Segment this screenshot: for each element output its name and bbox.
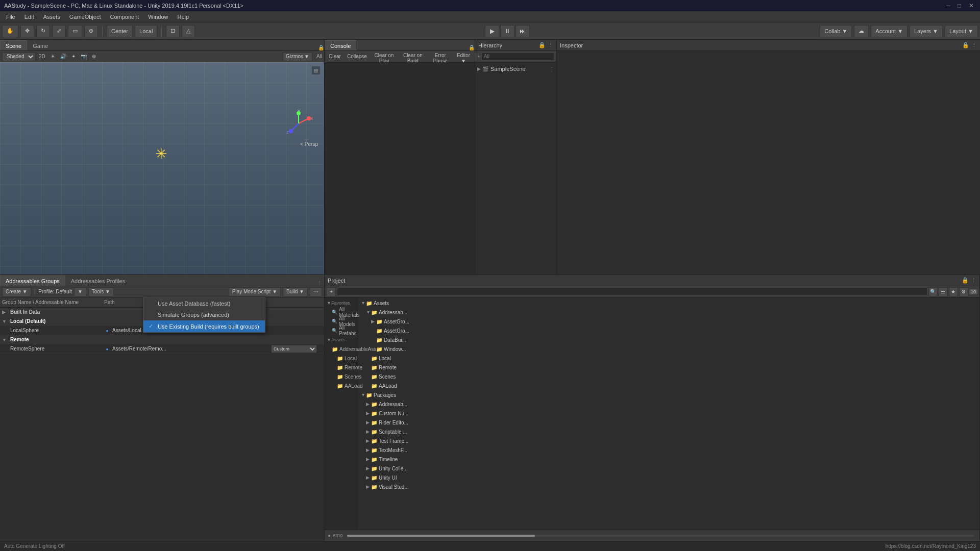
tool-scale[interactable]: ⤢ (52, 25, 66, 37)
layers-btn[interactable]: Layers ▼ (910, 25, 943, 37)
file-addressables[interactable]: ▼ 📁 Addressab... (359, 308, 978, 317)
table-row[interactable]: RemoteSphere ● Assets/Remote/Remo... Cus… (0, 344, 324, 354)
pause-btn[interactable]: ⏸ (500, 25, 514, 37)
file-assetgro1[interactable]: ▶ 📁 AssetGro... (359, 317, 978, 326)
settings-btn[interactable]: ⚙ (959, 287, 968, 296)
scene-corner-btn[interactable]: ⊞ (312, 66, 320, 74)
table-row[interactable]: ▼ Remote (0, 335, 324, 344)
minimize-btn[interactable]: ─ (946, 2, 953, 9)
profile-dropdown-btn[interactable]: ▼ (74, 287, 86, 296)
scene-cam-btn[interactable]: 📷 (79, 54, 88, 59)
cloud-btn[interactable]: ☁ (854, 25, 869, 37)
account-btn[interactable]: Account ▼ (871, 25, 908, 37)
file-pkg-unitycol[interactable]: ▶ 📁 Unity Colle... (359, 464, 978, 473)
shader-select[interactable]: Shaded (2, 52, 35, 61)
play-btn[interactable]: ▶ (485, 25, 499, 37)
project-menu-icon[interactable]: ⋮ (971, 277, 976, 284)
clear-on-play-btn[interactable]: Clear on Play (371, 52, 397, 61)
menu-component[interactable]: Component (106, 13, 143, 21)
create-btn[interactable]: Create ▼ (2, 287, 31, 296)
search-icon-btn[interactable]: 🔍 (928, 287, 938, 296)
remote-dropdown[interactable]: Custom (271, 345, 317, 353)
space-btn[interactable]: Local (135, 25, 157, 37)
addr-options-btn[interactable]: ⋯ (310, 287, 322, 296)
tool-extra2[interactable]: △ (182, 25, 195, 37)
tool-hand[interactable]: ✋ (2, 25, 18, 37)
error-pause-btn[interactable]: Error Pause (428, 52, 452, 61)
inspector-menu-icon[interactable]: ⋮ (971, 42, 977, 48)
file-assetgro2[interactable]: 📁 AssetGro... (359, 326, 978, 335)
file-aaload-folder[interactable]: 📁 AALoad (359, 381, 978, 390)
sidebar-local[interactable]: 📁Local (325, 354, 357, 363)
menu-gameobject[interactable]: GameObject (65, 13, 105, 21)
file-pkg-unityui[interactable]: ▶ 📁 Unity UI (359, 473, 978, 482)
file-packages-root[interactable]: ▼ 📁 Packages (359, 390, 978, 399)
audio-btn[interactable]: 🔊 (59, 54, 68, 59)
tools-btn[interactable]: Tools ▼ (88, 287, 114, 296)
sidebar-remote[interactable]: 📁Remote (325, 363, 357, 372)
file-pkg-scriptable[interactable]: ▶ 📁 Scriptable ... (359, 427, 978, 436)
collab-btn[interactable]: Collab ▼ (820, 25, 852, 37)
play-mode-script-btn[interactable]: Play Mode Script ▼ (229, 287, 281, 296)
sidebar-aaload[interactable]: 📁AALoad (325, 381, 357, 390)
file-pkg-textmesh[interactable]: ▶ 📁 TextMeshF... (359, 445, 978, 455)
add-btn[interactable]: + (327, 287, 336, 296)
file-assets-root[interactable]: ▼ 📁 Assets (359, 298, 978, 308)
menu-window[interactable]: Window (144, 13, 172, 21)
project-lock-icon[interactable]: 🔒 (962, 277, 969, 284)
file-pkg-rider[interactable]: ▶ 📁 Rider Edito... (359, 418, 978, 427)
file-pkg-testframe[interactable]: ▶ 📁 Test Frame... (359, 436, 978, 445)
sidebar-addressable-assets[interactable]: 📁AddressableAss... (325, 344, 357, 354)
filter-btn[interactable]: ☰ (939, 287, 948, 296)
maximize-btn[interactable]: □ (958, 2, 965, 9)
tab-game[interactable]: Game (27, 40, 54, 51)
file-window[interactable]: 📁 Window... (359, 344, 978, 354)
star-btn[interactable]: ★ (949, 287, 958, 296)
fx-btn[interactable]: ✦ (70, 54, 77, 59)
tab-addressables-profiles[interactable]: Addressables Profiles (65, 276, 131, 286)
close-btn[interactable]: ✕ (969, 2, 976, 9)
tool-extra1[interactable]: ⊡ (166, 25, 180, 37)
file-pkg-timeline[interactable]: ▶ 📁 Timeline (359, 455, 978, 464)
file-local-folder[interactable]: 📁 Local (359, 354, 978, 363)
clear-on-build-btn[interactable]: Clear on Build (399, 52, 426, 61)
project-search[interactable] (337, 288, 927, 296)
file-pkg-addressab[interactable]: ▶ 📁 Addressab... (359, 399, 978, 409)
tab-console[interactable]: Console (325, 40, 356, 51)
tool-transform[interactable]: ⊕ (84, 25, 98, 37)
file-scenes-folder[interactable]: 📁 Scenes (359, 372, 978, 381)
hierarchy-lock-icon[interactable]: 🔒 (538, 42, 546, 48)
menu-edit[interactable]: Edit (20, 13, 38, 21)
tool-rotate[interactable]: ↻ (36, 25, 50, 37)
sidebar-all-prefabs[interactable]: 🔍All Prefabs (325, 326, 357, 335)
console-lock-icon[interactable]: 🔒 (469, 45, 475, 51)
scene-extra-btn[interactable]: ⊕ (90, 54, 97, 59)
tab-addressables-groups[interactable]: Addressables Groups (0, 276, 65, 286)
hierarchy-search[interactable] (481, 53, 554, 61)
dropdown-option-use-asset-db[interactable]: Use Asset Database (fastest) (143, 298, 265, 309)
sidebar-scenes[interactable]: 📁Scenes (325, 372, 357, 381)
inspector-lock-icon[interactable]: 🔒 (962, 42, 969, 48)
tab-scene[interactable]: Scene (0, 40, 27, 51)
hierarchy-menu-icon[interactable]: ⋮ (548, 42, 553, 48)
tool-move[interactable]: ✥ (20, 25, 34, 37)
menu-assets[interactable]: Assets (39, 13, 64, 21)
menu-file[interactable]: File (2, 13, 19, 21)
step-btn[interactable]: ⏭ (516, 25, 530, 37)
clear-btn[interactable]: Clear (327, 52, 343, 61)
menu-help[interactable]: Help (173, 13, 193, 21)
editor-btn[interactable]: Editor ▼ (454, 52, 473, 61)
pivot-btn[interactable]: Center (107, 25, 133, 37)
light-btn[interactable]: ☀ (49, 54, 57, 59)
build-btn[interactable]: Build ▼ (283, 287, 308, 296)
file-databui[interactable]: 📁 DataBui... (359, 335, 978, 344)
2d-btn[interactable]: 2D (37, 54, 47, 59)
hierarchy-menu-icon[interactable]: ⋮ (549, 66, 554, 72)
dropdown-option-use-existing-build[interactable]: ✓ Use Existing Build (requires built gro… (143, 320, 265, 332)
scene-lock-icon[interactable]: 🔒 (318, 45, 324, 51)
hierarchy-scene-item[interactable]: ▶ 🎬 SampleScene ⋮ (475, 64, 556, 73)
collapse-btn[interactable]: Collapse (345, 52, 369, 61)
file-pkg-customnu[interactable]: ▶ 📁 Custom Nu... (359, 409, 978, 418)
gizmos-btn[interactable]: Gizmos ▼ (283, 52, 312, 61)
tool-rect[interactable]: ▭ (68, 25, 82, 37)
